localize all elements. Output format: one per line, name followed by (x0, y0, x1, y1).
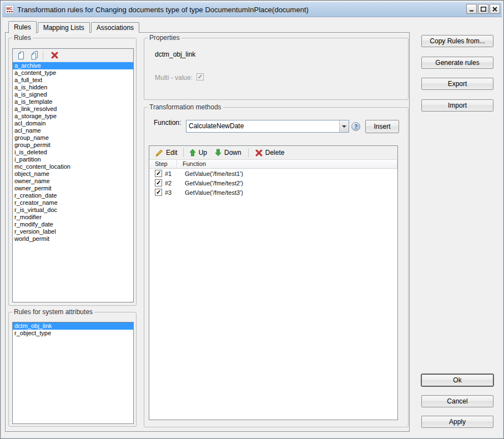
edit-step-label: Edit (166, 149, 178, 157)
rules-list-item[interactable]: r_creator_name (13, 199, 133, 206)
rules-list-item-label: mc_content_location (14, 163, 70, 170)
multi-value-checkbox (196, 73, 204, 80)
rules-list-item[interactable]: i_is_deleted (13, 149, 133, 156)
delete-rule-icon[interactable] (50, 51, 59, 60)
rules-list-item[interactable]: a_link_resolved (13, 105, 133, 113)
system-rules-group-label: Rules for system attributes (12, 308, 94, 316)
move-down-button[interactable]: Down (215, 149, 241, 157)
help-button[interactable]: ? (351, 122, 360, 131)
tab-strip: Rules Mapping Lists Associations (8, 21, 140, 33)
arrow-down-icon (215, 149, 221, 157)
function-combobox[interactable]: CalculateNewDate (186, 120, 349, 133)
rules-list-item-label: r_creation_date (14, 192, 57, 199)
step-row[interactable]: #1 GetValue('/fme/test1') (149, 169, 397, 178)
generate-rules-button[interactable]: Generate rules (421, 57, 493, 69)
ok-button[interactable]: Ok (421, 374, 493, 386)
rules-list-item[interactable]: r_is_virtual_doc (13, 206, 133, 214)
minimize-button[interactable] (466, 4, 477, 14)
rules-list-item-label: r_version_label (14, 228, 56, 235)
rules-list-item[interactable]: group_permit (13, 142, 133, 149)
attribute-name: dctm_obj_link (155, 51, 195, 58)
rules-list-item-label: i_is_deleted (14, 149, 47, 155)
window-title: Transformation rules for Changing docume… (17, 6, 309, 14)
rules-list-item[interactable]: world_permit (13, 235, 133, 243)
properties-group: Properties dctm_obj_link Multi - value: (144, 38, 409, 100)
system-rules-list-item[interactable]: r_object_type (13, 330, 133, 337)
rules-list-item[interactable]: i_partition (13, 156, 133, 163)
rules-list-item-label: a_archive (14, 62, 41, 69)
rules-group-label: Rules (12, 34, 33, 42)
rules-list-item[interactable]: r_creation_date (13, 192, 133, 199)
rules-list-item[interactable]: object_name (13, 170, 133, 178)
rules-list-item[interactable]: a_is_hidden (13, 84, 133, 91)
step-checkbox[interactable] (155, 179, 162, 186)
rules-list-item[interactable]: a_full_text (13, 77, 133, 84)
rules-list-item[interactable]: acl_domain (13, 120, 133, 127)
rules-list-item[interactable]: a_is_template (13, 98, 133, 105)
steps-toolbar: Edit Up Down Delete (149, 146, 397, 160)
methods-group: Transformation methods Function: Calcula… (144, 107, 409, 427)
maximize-button[interactable] (478, 4, 488, 14)
minimize-icon (469, 7, 475, 12)
rules-list-item-label: a_is_template (14, 98, 53, 105)
step-checkbox[interactable] (155, 189, 162, 196)
system-rules-list-item[interactable]: dctm_obj_link (13, 322, 133, 330)
step-number: #1 (165, 170, 179, 177)
app-icon-dashes (7, 11, 13, 12)
toolbar-separator (248, 148, 249, 157)
copy-rule-icon[interactable] (29, 51, 38, 60)
combobox-dropdown-button[interactable] (339, 120, 349, 132)
rules-list-item-label: owner_name (14, 178, 50, 184)
step-function: GetValue('/fme/test3') (185, 189, 243, 196)
tab-associations[interactable]: Associations (91, 22, 139, 33)
rules-list-item[interactable]: r_version_label (13, 228, 133, 235)
rules-listbox: a_archivea_content_typea_full_texta_is_h… (12, 48, 134, 302)
delete-step-label: Delete (265, 149, 285, 157)
rules-list-item[interactable]: a_storage_type (13, 113, 133, 120)
system-rules-group: Rules for system attributes dctm_obj_lin… (8, 312, 137, 427)
rules-list-item[interactable]: a_content_type (13, 69, 133, 77)
rules-list-item-label: world_permit (14, 235, 49, 242)
insert-button[interactable]: Insert (365, 120, 399, 133)
close-icon (492, 7, 497, 12)
app-icon-letters: MC (7, 7, 13, 11)
step-function: GetValue('/fme/test1') (185, 170, 243, 177)
rules-toolbar (13, 49, 133, 62)
step-row[interactable]: #3 GetValue('/fme/test3') (149, 188, 397, 197)
apply-button[interactable]: Apply (421, 416, 493, 428)
maximize-icon (481, 7, 486, 12)
new-rule-icon[interactable] (17, 51, 26, 60)
rules-list-item[interactable]: a_is_signed (13, 91, 133, 98)
rules-list-item[interactable]: r_modify_date (13, 221, 133, 228)
tab-rules[interactable]: Rules (8, 21, 37, 33)
import-button[interactable]: Import (421, 99, 493, 112)
rules-list-item[interactable]: r_modifier (13, 214, 133, 221)
rules-list-item-label: a_content_type (14, 69, 56, 76)
column-header-step[interactable]: Step (149, 160, 177, 168)
rules-list-item[interactable]: owner_permit (13, 185, 133, 192)
edit-step-button[interactable]: Edit (155, 149, 178, 157)
rules-list-item[interactable]: group_name (13, 134, 133, 142)
pencil-icon (155, 149, 163, 157)
delete-step-button[interactable]: Delete (255, 149, 285, 157)
rules-list-item[interactable]: a_archive (13, 62, 133, 69)
move-up-button[interactable]: Up (189, 149, 207, 157)
cancel-button[interactable]: Cancel (421, 395, 493, 407)
column-header-function[interactable]: Function (177, 160, 397, 168)
rules-list-item[interactable]: acl_name (13, 127, 133, 134)
rules-list-item[interactable]: owner_name (13, 178, 133, 185)
copy-rules-from-button[interactable]: Copy Rules from... (421, 35, 493, 47)
step-row[interactable]: #2 GetValue('/fme/test2') (149, 178, 397, 188)
rules-list-item[interactable]: mc_content_location (13, 163, 133, 170)
rules-list-item-label: acl_domain (14, 120, 46, 127)
close-button[interactable] (490, 4, 500, 14)
app-icon: MC (5, 5, 14, 14)
tab-mapping-lists[interactable]: Mapping Lists (38, 22, 90, 33)
function-combobox-value: CalculateNewDate (187, 120, 339, 132)
step-checkbox[interactable] (155, 170, 162, 177)
rules-list-item-label: r_modifier (14, 214, 42, 220)
move-down-label: Down (224, 149, 241, 157)
system-rules-list-item-label: r_object_type (14, 330, 51, 336)
steps-header: Step Function (149, 160, 397, 169)
export-button[interactable]: Export (421, 78, 493, 90)
